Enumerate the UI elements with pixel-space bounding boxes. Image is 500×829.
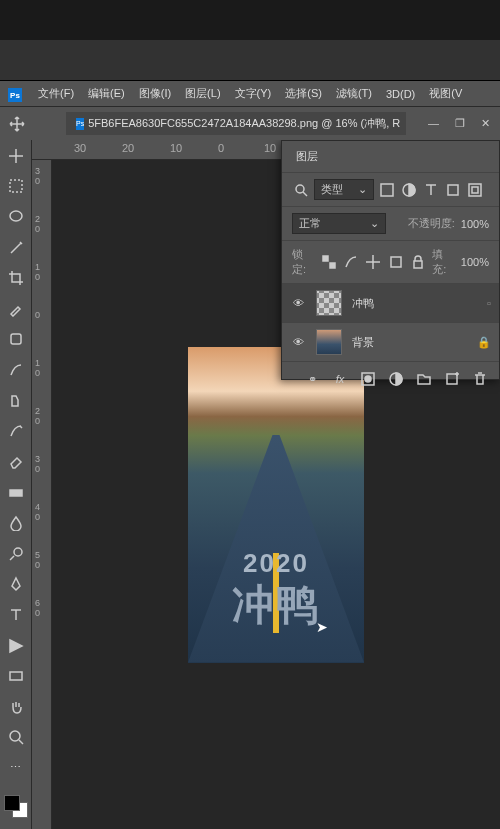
blur-tool[interactable]: [6, 513, 26, 533]
svg-rect-18: [414, 261, 422, 268]
svg-point-4: [14, 548, 22, 556]
svg-rect-2: [11, 334, 21, 344]
healing-tool[interactable]: [6, 330, 26, 350]
cursor-icon: ➤: [316, 619, 328, 635]
svg-rect-5: [10, 672, 22, 680]
ps-file-icon: Ps: [76, 118, 84, 130]
path-tool[interactable]: [6, 636, 26, 656]
menu-type[interactable]: 文字(Y): [235, 86, 272, 101]
doc-minimize-icon[interactable]: —: [428, 117, 439, 130]
link-layers-icon[interactable]: ⚭: [303, 370, 321, 388]
svg-point-9: [296, 185, 304, 193]
lock-label: 锁定:: [292, 247, 315, 277]
marquee-tool[interactable]: [6, 177, 26, 197]
type-tool[interactable]: [6, 605, 26, 625]
doc-restore-icon[interactable]: ❐: [455, 117, 465, 130]
fill-value[interactable]: 100%: [461, 256, 489, 268]
search-icon[interactable]: [292, 181, 310, 199]
filter-shape-icon[interactable]: [444, 181, 462, 199]
clone-tool[interactable]: [6, 391, 26, 411]
lock-position-icon[interactable]: [365, 253, 381, 271]
opacity-label: 不透明度:: [408, 216, 455, 231]
delete-layer-icon[interactable]: [471, 370, 489, 388]
brush-tool[interactable]: [6, 360, 26, 380]
svg-point-20: [365, 376, 371, 382]
menu-3d[interactable]: 3D(D): [386, 88, 415, 100]
menu-view[interactable]: 视图(V: [429, 86, 462, 101]
menu-file[interactable]: 文件(F): [38, 86, 74, 101]
svg-point-1: [10, 211, 22, 221]
visibility-icon[interactable]: 👁: [290, 297, 306, 309]
visibility-icon[interactable]: 👁: [290, 336, 306, 348]
filter-smart-icon[interactable]: [466, 181, 484, 199]
lock-all-icon[interactable]: [410, 253, 426, 271]
adjustment-layer-icon[interactable]: [387, 370, 405, 388]
lasso-tool[interactable]: [6, 207, 26, 227]
magic-wand-tool[interactable]: [6, 238, 26, 258]
canvas-area: 30 20 10 0 10 3 0 2 0 1 0 0 1 0 2 0 3 0 …: [32, 140, 500, 829]
gradient-tool[interactable]: [6, 483, 26, 503]
layer-thumbnail[interactable]: [316, 290, 342, 316]
blend-mode-select[interactable]: 正常⌄: [292, 213, 386, 234]
svg-point-6: [10, 731, 20, 741]
window-titlebar: [0, 0, 500, 40]
menu-select[interactable]: 选择(S): [285, 86, 322, 101]
color-swatches[interactable]: [4, 795, 28, 819]
filter-adjust-icon[interactable]: [400, 181, 418, 199]
layer-mask-icon[interactable]: [359, 370, 377, 388]
layers-panel: 图层 类型⌄ 正常⌄ 不透明度: 100% 锁定:: [281, 140, 500, 380]
eraser-tool[interactable]: [6, 452, 26, 472]
layer-link-icon[interactable]: ▫: [487, 297, 491, 309]
layer-group-icon[interactable]: [415, 370, 433, 388]
menu-bar: 文件(F) 编辑(E) 图像(I) 图层(L) 文字(Y) 选择(S) 滤镜(T…: [0, 80, 500, 106]
svg-rect-0: [10, 180, 22, 192]
lock-artboard-icon[interactable]: [388, 253, 404, 271]
svg-rect-16: [330, 263, 335, 268]
artwork-text-year: 2020: [188, 548, 364, 579]
filter-pixel-icon[interactable]: [378, 181, 396, 199]
move-tool[interactable]: [6, 146, 26, 166]
app-icon: Ps: [8, 88, 22, 102]
svg-rect-22: [447, 374, 457, 384]
ruler-vertical: 3 0 2 0 1 0 0 1 0 2 0 3 0 4 0 5 0 6 0: [32, 160, 52, 829]
history-brush-tool[interactable]: [6, 421, 26, 441]
more-tools[interactable]: ⋯: [6, 758, 26, 778]
rectangle-tool[interactable]: [6, 666, 26, 686]
layer-name[interactable]: 冲鸭: [352, 296, 374, 311]
layer-fx-icon[interactable]: fx: [331, 370, 349, 388]
document-tab[interactable]: Ps 5FB6FEA8630FC655C2472A184AA38298.png …: [66, 112, 406, 135]
doc-close-icon[interactable]: ✕: [481, 117, 490, 130]
svg-rect-3: [10, 490, 22, 496]
layer-item[interactable]: 👁 冲鸭 ▫: [282, 283, 499, 322]
new-layer-icon[interactable]: [443, 370, 461, 388]
pen-tool[interactable]: [6, 575, 26, 595]
svg-rect-12: [448, 185, 458, 195]
svg-rect-13: [469, 184, 481, 196]
svg-rect-17: [391, 257, 401, 267]
lock-transparent-icon[interactable]: [321, 253, 337, 271]
svg-rect-14: [472, 187, 478, 193]
menu-image[interactable]: 图像(I): [139, 86, 171, 101]
filter-type-icon[interactable]: [422, 181, 440, 199]
eyedropper-tool[interactable]: [6, 299, 26, 319]
lock-pixels-icon[interactable]: [343, 253, 359, 271]
layers-panel-tab[interactable]: 图层: [282, 141, 499, 172]
options-bar: Ps 5FB6FEA8630FC655C2472A184AA38298.png …: [0, 106, 500, 140]
layer-filter-select[interactable]: 类型⌄: [314, 179, 374, 200]
opacity-value[interactable]: 100%: [461, 218, 489, 230]
crop-tool[interactable]: [6, 268, 26, 288]
artwork-text-main: 冲鸭: [188, 577, 364, 633]
layer-thumbnail[interactable]: [316, 329, 342, 355]
fill-label: 填充:: [432, 247, 455, 277]
menu-layer[interactable]: 图层(L): [185, 86, 220, 101]
lock-icon: 🔒: [477, 336, 491, 349]
zoom-tool[interactable]: [6, 728, 26, 748]
layer-name[interactable]: 背景: [352, 335, 374, 350]
dodge-tool[interactable]: [6, 544, 26, 564]
menu-edit[interactable]: 编辑(E): [88, 86, 125, 101]
tools-panel: ⋯: [0, 140, 32, 829]
hand-tool[interactable]: [6, 697, 26, 717]
layer-item[interactable]: 👁 背景 🔒: [282, 322, 499, 361]
menu-filter[interactable]: 滤镜(T): [336, 86, 372, 101]
svg-rect-10: [381, 184, 393, 196]
